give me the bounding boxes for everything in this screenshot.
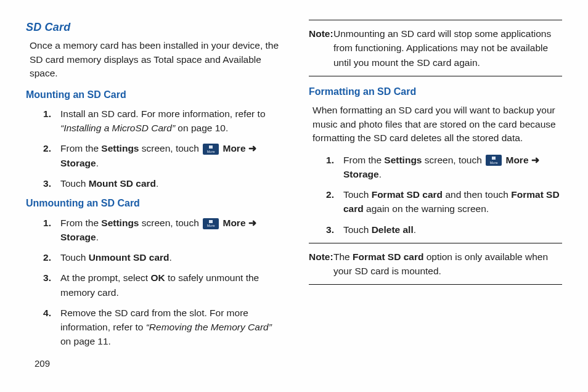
text: Touch [343,189,372,200]
note-text: Note: The Format SD card option is only … [309,250,562,279]
list-item: At the prompt, select OK to safely unmou… [43,271,279,300]
bold-text: More [223,143,245,153]
heading-unmounting: Unmounting an SD Card [26,197,279,210]
text: screen, touch [139,218,202,228]
arrow-icon: ➜ [529,155,539,165]
text: and then touch [443,189,511,200]
list-item: Touch Delete all. [326,223,562,237]
note-block: Note: Unmounting an SD card will stop so… [309,20,562,76]
bold-text: Settings [384,155,422,165]
bold-text: OK [150,272,165,283]
bold-text: Mount SD card [89,178,156,189]
text: From the [343,155,384,165]
text: The [333,251,353,262]
more-icon [203,218,219,229]
text: screen, touch [139,143,202,153]
bold-text: More [505,155,528,165]
note-label: Note: [309,250,333,264]
right-column: Note: Unmounting an SD card will stop so… [309,20,562,355]
more-icon [486,155,502,166]
bold-text: Storage [60,158,96,168]
reference-text: “Removing the Memory Card” [146,322,272,332]
note-block: Note: The Format SD card option is only … [309,243,562,285]
text: Install an SD card. For more information… [60,108,266,119]
unmount-steps: From the Settings screen, touch More ➜ S… [43,216,279,349]
bold-text: Format SD card [372,189,443,200]
text: At the prompt, select [60,272,150,283]
text: From the [60,143,101,153]
list-item: From the Settings screen, touch More ➜ S… [43,141,279,170]
text: From the [60,218,101,228]
bold-text: Settings [101,143,139,153]
text: . [156,178,158,189]
text: screen, touch [422,155,484,165]
left-column: SD Card Once a memory card has been inst… [26,20,279,355]
page-number: 209 [35,357,50,370]
bold-text: Storage [60,232,96,242]
list-item: Touch Mount SD card. [43,176,279,190]
text: . [414,224,416,235]
text: again on the warning screen. [364,203,489,214]
section-title: SD Card [26,20,279,35]
arrow-icon: ➜ [246,143,256,153]
heading-mounting: Mounting an SD Card [26,88,279,102]
text: . [379,169,382,179]
text: Touch [343,224,372,235]
intro-text: Once a memory card has been installed in… [30,39,279,80]
text: . [96,158,99,168]
text: . [169,252,172,263]
text: on page 10. [175,123,228,133]
list-item: From the Settings screen, touch More ➜ S… [326,153,562,182]
more-icon [203,144,219,155]
arrow-icon: ➜ [246,218,256,228]
bold-text: More [223,218,245,228]
text: Touch [60,178,89,189]
text: Unmounting an SD card will stop some app… [333,28,551,68]
text: . [96,232,99,242]
bold-text: Settings [101,218,139,228]
bold-text: Storage [343,169,379,179]
heading-formatting: Formatting an SD Card [309,85,562,99]
bold-text: Delete all [372,224,414,235]
reference-text: “Installing a MicroSD Card” [60,123,175,133]
list-item: Install an SD card. For more information… [43,107,279,136]
format-steps: From the Settings screen, touch More ➜ S… [326,153,562,237]
list-item: Touch Format SD card and then touch Form… [326,187,562,216]
bold-text: Unmount SD card [89,252,169,263]
text: on page 11. [60,336,111,346]
list-item: Remove the SD card from the slot. For mo… [43,306,279,349]
list-item: From the Settings screen, touch More ➜ S… [43,216,279,245]
intro-text: When formatting an SD card you will want… [312,104,562,145]
text: Touch [60,252,89,263]
mount-steps: Install an SD card. For more information… [43,107,279,190]
list-item: Touch Unmount SD card. [43,250,279,264]
note-text: Note: Unmounting an SD card will stop so… [309,27,562,70]
bold-text: Format SD card [353,251,423,262]
note-label: Note: [309,27,333,41]
